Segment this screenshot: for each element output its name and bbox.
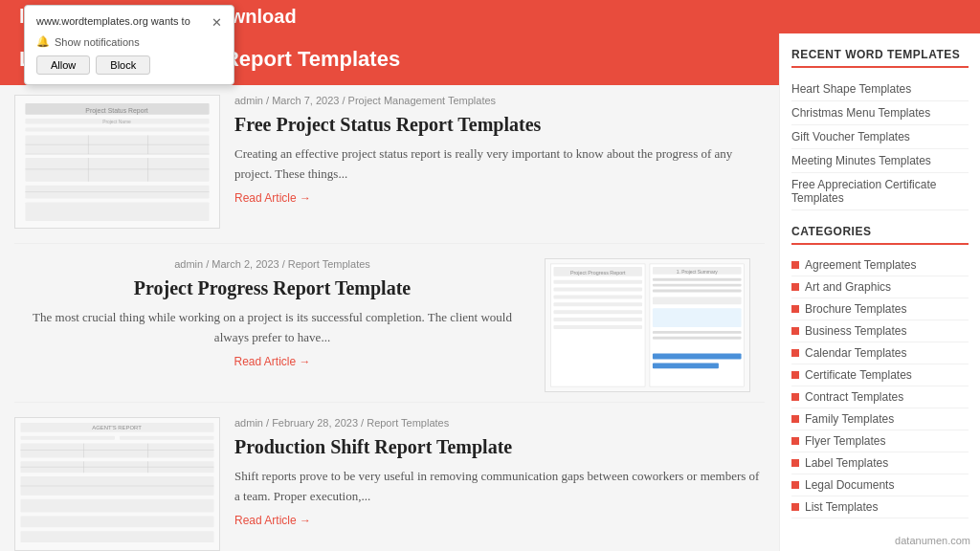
- svg-rect-26: [553, 310, 642, 314]
- svg-rect-23: [553, 288, 642, 292]
- svg-rect-24: [553, 295, 642, 298]
- main-layout: Latest Posts Under: Report Templates Pro…: [0, 33, 980, 551]
- post-item-3: AGENT'S REPORT: [14, 417, 765, 551]
- svg-rect-40: [653, 363, 719, 368]
- post-excerpt-1: Creating an effective project status rep…: [234, 144, 765, 185]
- bullet-icon: [791, 261, 799, 269]
- svg-rect-38: [653, 337, 742, 340]
- svg-rect-46: [20, 444, 213, 458]
- category-0[interactable]: Agreement Templates: [791, 254, 969, 276]
- svg-text:Project Name: Project Name: [102, 120, 131, 124]
- close-icon[interactable]: ✕: [212, 15, 222, 30]
- svg-rect-39: [653, 354, 742, 360]
- category-3[interactable]: Business Templates: [791, 320, 969, 342]
- bell-icon: 🔔: [36, 35, 50, 48]
- category-6[interactable]: Contract Templates: [791, 386, 969, 408]
- category-1[interactable]: Art and Graphics: [791, 276, 969, 298]
- svg-rect-36: [653, 308, 742, 327]
- svg-rect-45: [120, 436, 214, 440]
- watermark: datanumen.com: [895, 535, 970, 546]
- popup-buttons: Allow Block: [36, 55, 222, 75]
- bullet-icon: [791, 305, 799, 313]
- post-item-2: admin / March 2, 2023 / Report Templates…: [14, 258, 765, 403]
- category-2[interactable]: Brochure Templates: [791, 298, 969, 320]
- post-excerpt-2: The most crucial thing while working on …: [14, 308, 530, 348]
- allow-button[interactable]: Allow: [36, 55, 90, 75]
- sidebar-link-1[interactable]: Christmas Menu Templates: [791, 101, 969, 125]
- post-thumbnail-1: Project Status Report Project Name: [14, 95, 220, 229]
- svg-rect-17: [25, 202, 209, 221]
- svg-rect-57: [20, 517, 213, 528]
- bullet-icon: [791, 415, 799, 423]
- post-thumbnail-3: AGENT'S REPORT: [14, 417, 220, 551]
- svg-rect-33: [653, 284, 742, 287]
- categories-section: CATEGORIES Agreement Templates Art and G…: [791, 225, 969, 518]
- post-meta-3: admin / February 28, 2023 / Report Templ…: [234, 417, 765, 429]
- notification-popup: www.wordtemplates.org wants to ✕ 🔔 Show …: [24, 5, 234, 85]
- sidebar: RECENT WORD TEMPLATES Heart Shape Templa…: [779, 33, 980, 551]
- post-content-2: admin / March 2, 2023 / Report Templates…: [14, 258, 530, 392]
- bullet-icon: [791, 481, 799, 489]
- block-button[interactable]: Block: [96, 55, 150, 75]
- read-more-3[interactable]: Read Article →: [234, 514, 311, 527]
- sidebar-link-0[interactable]: Heart Shape Templates: [791, 77, 969, 101]
- svg-rect-5: [25, 128, 209, 132]
- read-more-1[interactable]: Read Article →: [234, 191, 311, 205]
- post-title-1[interactable]: Free Project Status Report Templates: [234, 112, 765, 137]
- category-5[interactable]: Certificate Templates: [791, 364, 969, 386]
- sidebar-link-4[interactable]: Free Appreciation Certificate Templates: [791, 173, 969, 210]
- popup-header: www.wordtemplates.org wants to ✕: [36, 15, 222, 30]
- svg-rect-44: [20, 436, 115, 440]
- category-11[interactable]: List Templates: [791, 496, 969, 518]
- post-item: Project Status Report Project Name: [14, 95, 765, 244]
- categories-section-title: CATEGORIES: [791, 225, 969, 245]
- read-more-2[interactable]: Read Article →: [234, 355, 310, 368]
- posts-container: Project Status Report Project Name: [0, 85, 779, 551]
- recent-word-templates-section: RECENT WORD TEMPLATES Heart Shape Templa…: [791, 48, 969, 210]
- bullet-icon: [791, 393, 799, 401]
- svg-rect-58: [20, 531, 213, 542]
- svg-rect-25: [553, 302, 642, 306]
- svg-text:AGENT'S REPORT: AGENT'S REPORT: [92, 425, 142, 430]
- category-10[interactable]: Legal Documents: [791, 474, 969, 496]
- svg-text:1. Project Summary: 1. Project Summary: [677, 270, 719, 275]
- post-meta-1: admin / March 7, 2023 / Project Manageme…: [234, 95, 765, 106]
- svg-rect-37: [653, 331, 742, 334]
- svg-rect-27: [553, 318, 642, 321]
- bullet-icon: [791, 503, 799, 511]
- svg-rect-35: [653, 297, 742, 304]
- post-excerpt-3: Shift reports prove to be very useful in…: [234, 467, 765, 507]
- post-meta-2: admin / March 2, 2023 / Report Templates: [14, 258, 530, 270]
- post-thumbnail-2: Project Progress Report 1. Project Summa…: [545, 258, 750, 392]
- svg-rect-56: [20, 499, 213, 513]
- sidebar-link-3[interactable]: Meeting Minutes Templates: [791, 149, 969, 173]
- svg-rect-34: [653, 290, 742, 293]
- bullet-icon: [791, 283, 799, 291]
- bullet-icon: [791, 371, 799, 379]
- svg-rect-11: [25, 158, 209, 182]
- bullet-icon: [791, 327, 799, 335]
- category-8[interactable]: Flyer Templates: [791, 430, 969, 452]
- svg-text:Project Progress Report: Project Progress Report: [570, 270, 626, 276]
- sidebar-link-2[interactable]: Gift Voucher Templates: [791, 125, 969, 149]
- category-9[interactable]: Label Templates: [791, 452, 969, 474]
- bullet-icon: [791, 459, 799, 467]
- category-4[interactable]: Calendar Templates: [791, 342, 969, 364]
- post-title-2[interactable]: Project Progress Report Template: [14, 276, 530, 300]
- recent-section-title: RECENT WORD TEMPLATES: [791, 48, 969, 68]
- svg-text:Project Status Report: Project Status Report: [85, 107, 147, 115]
- post-content-3: admin / February 28, 2023 / Report Templ…: [234, 417, 765, 551]
- content-area: Latest Posts Under: Report Templates Pro…: [0, 33, 779, 551]
- popup-notification-text: Show notifications: [55, 36, 140, 48]
- bullet-icon: [791, 349, 799, 357]
- post-title-3[interactable]: Production Shift Report Template: [234, 434, 765, 459]
- bullet-icon: [791, 437, 799, 445]
- popup-url: www.wordtemplates.org wants to: [36, 15, 206, 27]
- svg-rect-32: [653, 278, 742, 281]
- popup-notification-row: 🔔 Show notifications: [36, 35, 222, 48]
- svg-rect-22: [553, 280, 642, 284]
- category-7[interactable]: Family Templates: [791, 408, 969, 430]
- svg-rect-28: [553, 325, 642, 329]
- post-content-1: admin / March 7, 2023 / Project Manageme…: [234, 95, 765, 229]
